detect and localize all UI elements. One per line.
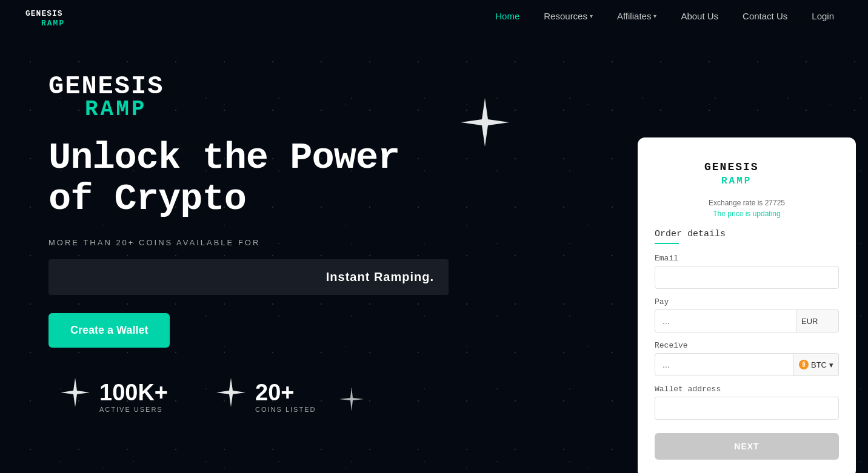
nav-link-contact[interactable]: Contact Us: [733, 11, 797, 21]
star-icon-coins: [216, 378, 245, 415]
receive-currency-label: BTC: [811, 360, 827, 369]
wallet-label: Wallet address: [655, 385, 839, 394]
stat-content-users: 100K+ ACTIVE USERS: [99, 380, 168, 413]
hero-title: Unlock the Power of Crypto: [48, 137, 436, 220]
hero-right-panel: GENESIS RAMP Exchange rate is 27725 The …: [638, 31, 868, 473]
form-logo: GENESIS RAMP: [655, 156, 839, 189]
price-updating-text: The price is updating: [655, 210, 839, 218]
pay-currency-select[interactable]: EUR USD GBP: [796, 309, 839, 332]
stat-item-coins: 20+ COINS LISTED: [216, 378, 316, 415]
receive-chevron-icon: ▾: [829, 360, 833, 369]
email-field[interactable]: [655, 266, 839, 289]
logo-image: GENESIS RAMP: [24, 4, 91, 28]
pay-form-group: Pay EUR USD GBP: [655, 297, 839, 332]
exchange-rate-text: Exchange rate is 27725: [655, 199, 839, 207]
receive-amount-input[interactable]: [655, 353, 794, 376]
price-status-badge: updating: [753, 210, 781, 218]
btc-icon: ₿: [799, 360, 809, 369]
svg-marker-7: [216, 378, 245, 407]
svg-text:RAMP: RAMP: [85, 97, 147, 116]
receive-currency-select[interactable]: ₿ BTC ▾: [794, 353, 839, 376]
receive-input-group: ₿ BTC ▾: [655, 353, 839, 376]
nav-link-affiliates[interactable]: Affiliates ▾: [607, 11, 666, 21]
star-icon-users: [61, 378, 90, 415]
nav-link-about[interactable]: About Us: [671, 11, 728, 21]
stat-label-coins: COINS LISTED: [255, 406, 316, 413]
stat-number-users: 100K+: [99, 380, 168, 406]
teal-underline-decoration: [655, 243, 679, 244]
pay-input-group: EUR USD GBP: [655, 309, 839, 332]
nav-link-home[interactable]: Home: [486, 11, 529, 21]
email-label: Email: [655, 254, 839, 263]
nav-logo[interactable]: GENESIS RAMP: [24, 4, 91, 28]
wallet-address-input[interactable]: [655, 397, 839, 420]
svg-text:GENESIS: GENESIS: [704, 161, 759, 173]
pay-label: Pay: [655, 297, 839, 306]
affiliates-chevron-icon: ▾: [653, 13, 656, 19]
stat-number-coins: 20+: [255, 380, 316, 406]
hero-logo-large: GENESIS RAMP: [48, 68, 218, 119]
stats-row: 100K+ ACTIVE USERS 20+ COINS LISTED: [48, 378, 601, 415]
pay-amount-input[interactable]: [655, 309, 796, 332]
stat-label-users: ACTIVE USERS: [99, 406, 168, 413]
stat-content-coins: 20+ COINS LISTED: [255, 380, 316, 413]
nav-link-login[interactable]: Login: [802, 11, 844, 21]
hero-subtitle: MORE THAN 20+ COINS AVAILABLE FOR: [48, 238, 601, 247]
svg-text:RAMP: RAMP: [721, 176, 752, 186]
order-details-label: Order details: [655, 229, 839, 239]
nav-link-resources[interactable]: Resources ▾: [534, 11, 603, 21]
receive-form-group: Receive ₿ BTC ▾: [655, 341, 839, 376]
hero-left-panel: GENESIS RAMP Unlock the Power of Crypto …: [0, 31, 638, 473]
stat-item-users: 100K+ ACTIVE USERS: [61, 378, 168, 415]
svg-text:RAMP: RAMP: [41, 19, 65, 28]
nav-links: Home Resources ▾ Affiliates ▾ About Us C…: [486, 11, 844, 21]
create-wallet-button[interactable]: Create a Wallet: [48, 313, 170, 348]
navbar: GENESIS RAMP Home Resources ▾ Affiliates…: [0, 0, 868, 31]
hero-section: GENESIS RAMP Unlock the Power of Crypto …: [0, 31, 868, 473]
email-form-group: Email: [655, 254, 839, 289]
order-form-panel: GENESIS RAMP Exchange rate is 27725 The …: [638, 137, 856, 473]
wallet-form-group: Wallet address: [655, 385, 839, 420]
svg-marker-6: [61, 378, 90, 407]
next-button[interactable]: NEXT: [655, 433, 839, 460]
typing-bar: Instant Ramping.: [48, 259, 449, 295]
svg-text:GENESIS: GENESIS: [25, 9, 63, 18]
receive-label: Receive: [655, 341, 839, 350]
resources-chevron-icon: ▾: [590, 13, 593, 19]
